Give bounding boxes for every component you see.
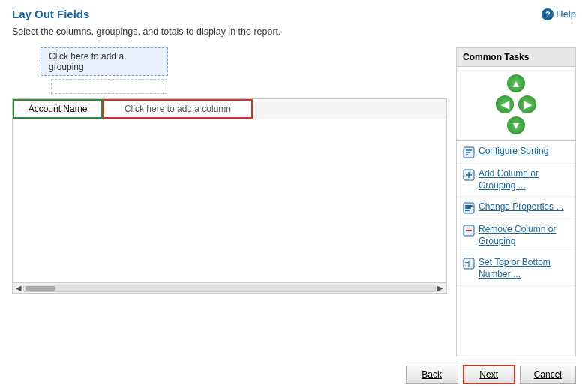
main-area: Click here to add a grouping Account Nam… xyxy=(12,47,576,357)
common-tasks-title: Common Tasks xyxy=(457,48,575,67)
remove-column-grouping-label: Remove Column or Grouping xyxy=(478,224,569,247)
set-top-bottom-label: Set Top or Bottom Number ... xyxy=(478,257,569,280)
change-properties-label: Change Properties ... xyxy=(478,201,563,213)
lay-out-fields-page: Lay Out Fields ? Help Select the columns… xyxy=(0,0,588,392)
scrollbar-thumb[interactable] xyxy=(26,286,56,291)
grouping-sub-row xyxy=(51,79,167,94)
scroll-left-arrow[interactable]: ◀ xyxy=(14,284,23,292)
account-name-column[interactable]: Account Name xyxy=(13,99,103,119)
horizontal-scrollbar[interactable]: ◀ ▶ xyxy=(13,282,446,293)
sort-icon xyxy=(463,146,475,158)
remove-icon xyxy=(463,225,475,237)
arrow-down-button[interactable]: ▼ xyxy=(507,116,525,134)
common-tasks-panel: Common Tasks ▲ ◀ ▶ ▼ xyxy=(456,47,576,357)
add-column-grouping-label: Add Column or Grouping ... xyxy=(478,168,569,191)
svg-rect-9 xyxy=(465,207,471,209)
next-button[interactable]: Next xyxy=(463,365,515,384)
help-icon: ? xyxy=(542,8,554,20)
column-table: Account Name Click here to add a column … xyxy=(12,98,447,294)
page-header: Lay Out Fields ? Help xyxy=(12,8,576,20)
properties-icon xyxy=(463,202,475,214)
scroll-right-arrow[interactable]: ▶ xyxy=(436,284,445,292)
arrow-lr-row: ◀ ▶ xyxy=(496,95,536,113)
add-grouping-button[interactable]: Click here to add a grouping xyxy=(40,47,168,76)
nav-arrows: ▲ ◀ ▶ ▼ xyxy=(457,67,575,141)
task-configure-sorting[interactable]: Configure Sorting xyxy=(457,141,575,164)
help-link[interactable]: ? Help xyxy=(542,8,576,20)
arrow-up-button[interactable]: ▲ xyxy=(507,74,525,92)
task-set-top-bottom[interactable]: T Set Top or Bottom Number ... xyxy=(457,252,575,285)
svg-text:T: T xyxy=(465,261,469,267)
back-button[interactable]: Back xyxy=(406,366,458,384)
canvas-area: Click here to add a grouping Account Nam… xyxy=(12,47,447,357)
scrollbar-track[interactable] xyxy=(23,285,436,292)
account-name-label: Account Name xyxy=(28,104,88,114)
arrow-left-button[interactable]: ◀ xyxy=(496,95,514,113)
cancel-button[interactable]: Cancel xyxy=(520,366,576,384)
page-subtitle: Select the columns, groupings, and total… xyxy=(12,26,576,37)
arrow-down-row: ▼ xyxy=(507,116,525,134)
svg-rect-8 xyxy=(465,205,472,207)
top-bottom-icon: T xyxy=(463,258,475,270)
add-column-label: Click here to add a column xyxy=(124,104,231,114)
task-add-column-grouping[interactable]: Add Column or Grouping ... xyxy=(457,164,575,197)
task-remove-column-grouping[interactable]: Remove Column or Grouping xyxy=(457,219,575,252)
footer: Back Next Cancel xyxy=(12,357,576,384)
table-body xyxy=(13,119,446,282)
help-label: Help xyxy=(556,8,576,20)
task-change-properties[interactable]: Change Properties ... xyxy=(457,197,575,219)
configure-sorting-label: Configure Sorting xyxy=(478,146,548,158)
table-header-row: Account Name Click here to add a column xyxy=(13,99,446,119)
grouping-section: Click here to add a grouping xyxy=(40,47,447,94)
add-column-button[interactable]: Click here to add a column xyxy=(103,99,253,119)
arrow-up-row: ▲ xyxy=(507,74,525,92)
page-title: Lay Out Fields xyxy=(12,8,89,20)
svg-rect-10 xyxy=(465,210,470,211)
add-column-icon xyxy=(463,169,475,181)
arrow-right-button[interactable]: ▶ xyxy=(518,95,536,113)
